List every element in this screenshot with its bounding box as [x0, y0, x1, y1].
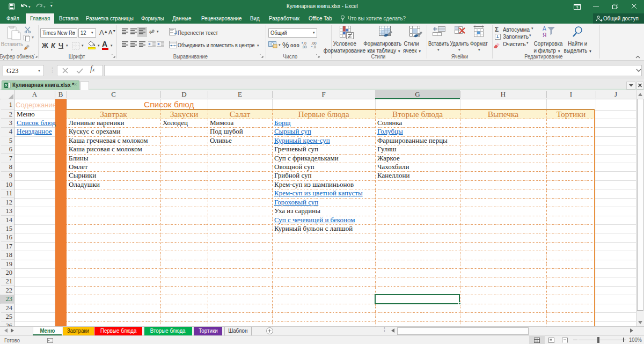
svg-text:Я: Я	[543, 32, 546, 38]
svg-text:А: А	[543, 26, 546, 32]
svg-text:ab: ab	[149, 29, 154, 34]
